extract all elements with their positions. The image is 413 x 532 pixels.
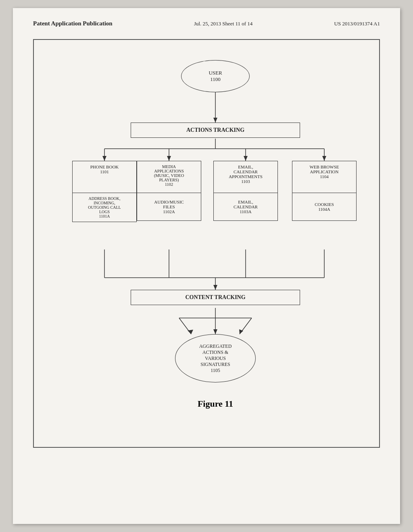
svg-line-21 [179,318,191,334]
web-browse-box: WEB BROWSE APPLICATION 1104 [292,161,357,193]
user-label: USER 1100 [209,70,222,83]
page-header: Patent Application Publication Jul. 25, … [33,20,380,27]
figure-title: Figure 11 [198,399,233,409]
actions-tracking-box: ACTIONS TRACKING [131,123,300,138]
svg-marker-1 [213,118,217,123]
phone-book-box: PHONE BOOK 1101 [72,161,137,193]
phone-book-label: PHONE BOOK 1101 [90,164,119,174]
media-box: MEDIA APPLICATIONS (MUSIC, VIDEO PLAYERS… [137,161,201,193]
email-sub-label: EMAIL, CALENDAR 1103A [234,200,258,214]
header-date-sheet: Jul. 25, 2013 Sheet 11 of 14 [194,21,252,27]
svg-marker-5 [102,156,106,161]
svg-line-25 [240,318,252,334]
diagram-container: USER 1100 ACTIONS TRACKING PHONE BOOK 11… [33,39,380,448]
media-sub-box: AUDIO/MUSIC FILES 1102A [137,193,201,221]
media-label: MEDIA APPLICATIONS (MUSIC, VIDEO PLAYERS… [154,164,184,187]
actions-tracking-label: ACTIONS TRACKING [186,127,244,133]
cookies-label: COOKIES 1104A [315,202,334,212]
cookies-box: COOKIES 1104A [292,193,357,221]
svg-marker-9 [244,156,248,161]
figure-label: Figure 11 [143,399,288,409]
svg-marker-22 [188,330,193,334]
email-group: EMAIL, CALENDAR APPOINTMENTS 1103 EMAIL,… [213,161,278,221]
svg-marker-24 [213,329,217,334]
diagram-wrapper: USER 1100 ACTIONS TRACKING PHONE BOOK 11… [42,52,389,435]
header-title: Patent Application Publication [33,20,113,27]
media-group: MEDIA APPLICATIONS (MUSIC, VIDEO PLAYERS… [137,161,201,221]
web-browse-group: WEB BROWSE APPLICATION 1104 COOKIES 1104… [292,161,357,221]
phone-book-sub-box: ADDRESS BOOK, INCOMING, OUTGOING CALL LO… [72,193,137,222]
phone-book-group: PHONE BOOK 1101 ADDRESS BOOK, INCOMING, … [72,161,137,222]
aggregated-label: AGGREGATED ACTIONS & VARIOUS SIGNATURES … [199,343,232,374]
header-patent-number: US 2013/0191374 A1 [334,21,380,27]
svg-marker-11 [322,156,326,161]
phone-book-sub-label: ADDRESS BOOK, INCOMING, OUTGOING CALL LO… [88,196,121,218]
email-label: EMAIL, CALENDAR APPOINTMENTS 1103 [229,164,263,184]
svg-marker-7 [167,156,171,161]
user-node: USER 1100 [181,60,250,92]
web-browse-label: WEB BROWSE APPLICATION 1104 [309,164,339,179]
content-tracking-label: CONTENT TRACKING [185,294,245,300]
email-sub-box: EMAIL, CALENDAR 1103A [213,193,278,221]
email-box: EMAIL, CALENDAR APPOINTMENTS 1103 [213,161,278,193]
content-tracking-box: CONTENT TRACKING [131,290,300,305]
page: Patent Application Publication Jul. 25, … [13,8,400,524]
svg-marker-26 [239,329,243,334]
svg-marker-18 [213,285,217,290]
media-sub-label: AUDIO/MUSIC FILES 1102A [154,200,184,214]
aggregated-node: AGGREGATED ACTIONS & VARIOUS SIGNATURES … [175,334,256,382]
